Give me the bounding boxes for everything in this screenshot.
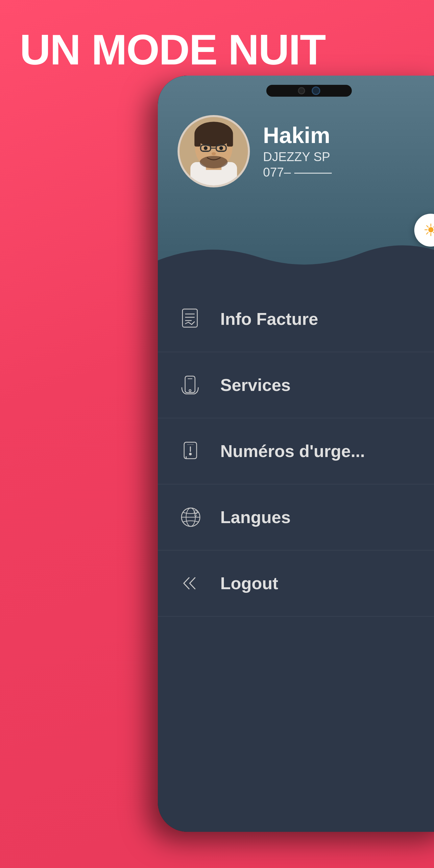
menu-label-services: Services <box>220 375 291 395</box>
phone-mockup: Hakim DJEZZY SP 077– ——— ☀ <box>158 75 434 832</box>
emergency-icon: ! <box>178 438 204 464</box>
menu-label-langues: Langues <box>220 507 291 527</box>
phone-screen: Hakim DJEZZY SP 077– ——— ☀ <box>158 75 434 832</box>
avatar <box>178 115 250 187</box>
notch-camera-main <box>312 87 320 95</box>
menu-label-urgence: Numéros d'urge... <box>220 441 365 461</box>
phone-notch <box>266 85 352 97</box>
profile-carrier: DJEZZY SP <box>263 150 332 164</box>
svg-point-23 <box>189 453 191 455</box>
svg-text:!: ! <box>186 456 187 459</box>
svg-point-12 <box>211 152 216 155</box>
menu-label-logout: Logout <box>220 574 278 593</box>
svg-point-19 <box>189 390 191 392</box>
language-icon <box>178 504 204 530</box>
phone-outer: Hakim DJEZZY SP 077– ——— ☀ <box>158 75 434 832</box>
menu-item-urgence[interactable]: ! Numéros d'urge... <box>158 418 434 484</box>
phone-service-icon <box>178 372 204 398</box>
logout-icon <box>178 570 204 596</box>
menu-item-info-facture[interactable]: Info Facture <box>158 286 434 352</box>
svg-rect-6 <box>227 134 233 147</box>
svg-rect-5 <box>194 134 200 147</box>
svg-point-10 <box>204 146 208 150</box>
invoice-icon <box>178 306 204 332</box>
menu-item-services[interactable]: Services <box>158 352 434 418</box>
notch-camera-small <box>298 87 305 94</box>
menu-label-info-facture: Info Facture <box>220 309 318 329</box>
svg-point-13 <box>199 156 227 168</box>
profile-info: Hakim DJEZZY SP 077– ——— <box>263 123 332 180</box>
svg-rect-14 <box>183 309 197 327</box>
menu-list: Info Facture Services <box>158 279 434 617</box>
screen-header: Hakim DJEZZY SP 077– ——— ☀ <box>158 75 434 279</box>
profile-name: Hakim <box>263 123 332 148</box>
profile-number: 077– ——— <box>263 165 332 180</box>
page-title: UN MODE NUIT <box>20 26 325 73</box>
profile-section: Hakim DJEZZY SP 077– ——— <box>178 115 332 187</box>
menu-item-logout[interactable]: Logout <box>158 550 434 617</box>
menu-item-langues[interactable]: Langues <box>158 484 434 550</box>
svg-point-11 <box>219 146 223 150</box>
sun-icon: ☀ <box>423 220 434 240</box>
